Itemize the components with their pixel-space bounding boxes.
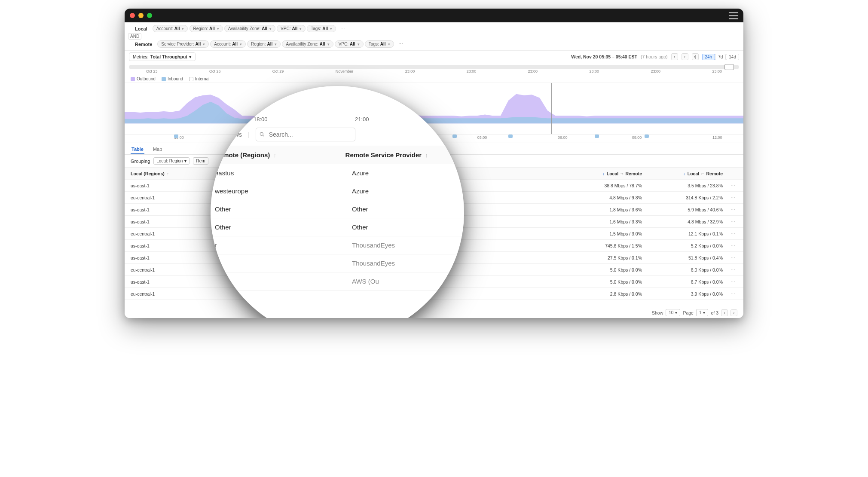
page-prev-button[interactable]: ‹	[721, 309, 728, 316]
sort-asc-icon: ↑	[167, 171, 169, 176]
window-max-dot[interactable]	[147, 13, 152, 18]
filter-pill[interactable]: Account: All ▾	[210, 40, 246, 48]
magnifier-header: Remote (Regions) ↑ Remote Service Provid…	[211, 146, 464, 164]
event-marker[interactable]	[174, 135, 178, 138]
window-close-dot[interactable]	[130, 13, 135, 18]
row-menu-icon[interactable]: ⋯	[728, 243, 737, 248]
cell-out: 2.8 Kbps / 0.0%	[573, 291, 651, 297]
filter-pill[interactable]: Region: All ▾	[247, 40, 281, 48]
more-icon[interactable]: ⋯	[397, 41, 405, 47]
chevron-down-icon: ▾	[275, 42, 277, 46]
row-menu-icon[interactable]: ⋯	[728, 207, 737, 212]
page-size-select[interactable]: 10 ▾	[666, 309, 680, 316]
page-number-select[interactable]: 1 ▾	[696, 309, 709, 316]
overview-selection[interactable]	[724, 64, 734, 70]
event-marker[interactable]	[452, 135, 457, 138]
overview-timeline[interactable]: Oct 23Oct 26Oct 29November23:0023:0023:0…	[125, 63, 743, 75]
timeline-tick: 23:00	[528, 69, 538, 73]
event-marker[interactable]	[508, 135, 513, 138]
row-menu-icon[interactable]: ⋯	[728, 195, 737, 200]
time-latest-button[interactable]: ›|	[692, 53, 699, 60]
time-next-button[interactable]: ›	[682, 53, 688, 60]
magnifier-row[interactable]: rThousandEyes	[211, 236, 464, 254]
row-menu-icon[interactable]: ⋯	[728, 267, 737, 272]
throughput-chart[interactable]	[125, 83, 743, 135]
chevron-down-icon: ▾	[217, 27, 219, 31]
timeline-tick: 23:00	[590, 69, 599, 73]
magnifier-row[interactable]: OtherOther	[211, 200, 464, 218]
metrics-select[interactable]: Metrics: Total Throughput ▾	[129, 52, 196, 61]
search-input[interactable]	[256, 128, 355, 141]
row-menu-icon[interactable]: ⋯	[728, 291, 737, 297]
cell-in: 12.1 Kbps / 0.1%	[651, 231, 728, 236]
tab-map[interactable]: Map	[152, 145, 163, 154]
col-provider-header[interactable]: Remote Service Provider ↑	[345, 151, 452, 159]
search-field[interactable]	[256, 128, 355, 141]
filter-pill[interactable]: Service Provider: All ▾	[157, 40, 209, 48]
row-menu-icon[interactable]: ⋯	[728, 231, 737, 236]
timeline-tick: 06:00	[558, 135, 568, 140]
cell-in: 5.2 Kbps / 0.0%	[651, 243, 728, 248]
more-icon[interactable]: ⋯	[339, 26, 347, 31]
magnifier-row[interactable]: eastusAzure	[211, 164, 464, 182]
magnifier-row[interactable]: AWS (Ou	[211, 272, 464, 290]
cell-provider: Other	[352, 205, 464, 213]
filter-pill[interactable]: VPC: All ▾	[277, 25, 306, 32]
magnifier-row[interactable]: westeuropeAzure	[211, 182, 464, 200]
cell-out: 745.6 Kbps / 1.5%	[573, 243, 651, 248]
filter-pill[interactable]: Tags: All ▾	[365, 40, 394, 48]
filter-pill[interactable]: VPC: All ▾	[335, 40, 364, 48]
chevron-down-icon: ▾	[300, 27, 302, 31]
cell-in: 51.8 Kbps / 0.4%	[651, 255, 728, 260]
col-in-header[interactable]: ↓ Local ← Remote	[651, 171, 728, 176]
cell-provider: Other	[352, 223, 464, 231]
col-out-header[interactable]: ↓ Local → Remote	[573, 171, 651, 176]
overview-track[interactable]	[129, 65, 739, 69]
operator-label: AND	[128, 33, 141, 40]
event-marker[interactable]	[645, 135, 649, 138]
metrics-value: Total Throughput	[150, 54, 187, 59]
range-14d-button[interactable]: 14d	[726, 54, 739, 60]
chevron-down-icon: ▾	[358, 42, 360, 46]
col-remote-header[interactable]: Remote (Regions) ↑	[215, 151, 345, 159]
time-ago: (7 hours ago)	[641, 54, 667, 59]
timeline-tick: 12:00	[712, 135, 722, 140]
filter-pill[interactable]: Availability Zone: All ▾	[224, 25, 275, 32]
range-7d-button[interactable]: 7d	[715, 54, 726, 60]
window-min-dot[interactable]	[138, 13, 144, 18]
row-menu-icon[interactable]: ⋯	[728, 183, 737, 188]
row-menu-icon[interactable]: ⋯	[728, 279, 737, 284]
magnifier-row[interactable]: OtherOther	[211, 218, 464, 236]
magnifier-row[interactable]: ThousandEyes	[211, 254, 464, 272]
grouping-local-select[interactable]: Local: Region ▾	[153, 157, 189, 165]
legend-item[interactable]: Inbound	[162, 76, 183, 81]
time-prev-button[interactable]: ‹	[671, 53, 678, 60]
page-of-label: of 3	[711, 310, 718, 315]
tab-table[interactable]: Table	[131, 145, 144, 154]
cell-in: 314.8 Kbps / 2.2%	[651, 195, 728, 200]
timeline-tick: Oct 23	[146, 69, 158, 73]
legend-item[interactable]: Internal	[189, 76, 209, 81]
cell-remote: eastus	[215, 169, 352, 177]
search-icon	[259, 131, 265, 138]
show-label: Show	[652, 310, 663, 315]
timeline-tick: Oct 29	[272, 69, 284, 73]
cell-out: 1.6 Mbps / 3.3%	[573, 219, 651, 224]
chevron-down-icon: ▾	[388, 42, 390, 46]
sort-asc-icon: ↑	[425, 152, 428, 159]
legend-item[interactable]: Outbound	[131, 76, 156, 81]
filter-pill[interactable]: Region: All ▾	[189, 25, 223, 32]
filter-pill[interactable]: Tags: All ▾	[307, 25, 336, 32]
grouping-label: Grouping	[131, 159, 150, 164]
filter-pill[interactable]: Availability Zone: All ▾	[282, 40, 333, 48]
grouping-remote-select[interactable]: Rem	[193, 157, 208, 165]
filter-pill[interactable]: Account: All ▾	[153, 25, 188, 32]
event-marker[interactable]	[595, 135, 599, 138]
cell-remote	[215, 260, 352, 267]
menu-icon[interactable]	[729, 12, 738, 19]
row-menu-icon[interactable]: ⋯	[728, 255, 737, 260]
page-next-button[interactable]: ›	[730, 309, 737, 316]
range-24h-button[interactable]: 24h	[702, 54, 715, 60]
chevron-down-icon: ▾	[675, 310, 677, 315]
row-menu-icon[interactable]: ⋯	[728, 219, 737, 224]
